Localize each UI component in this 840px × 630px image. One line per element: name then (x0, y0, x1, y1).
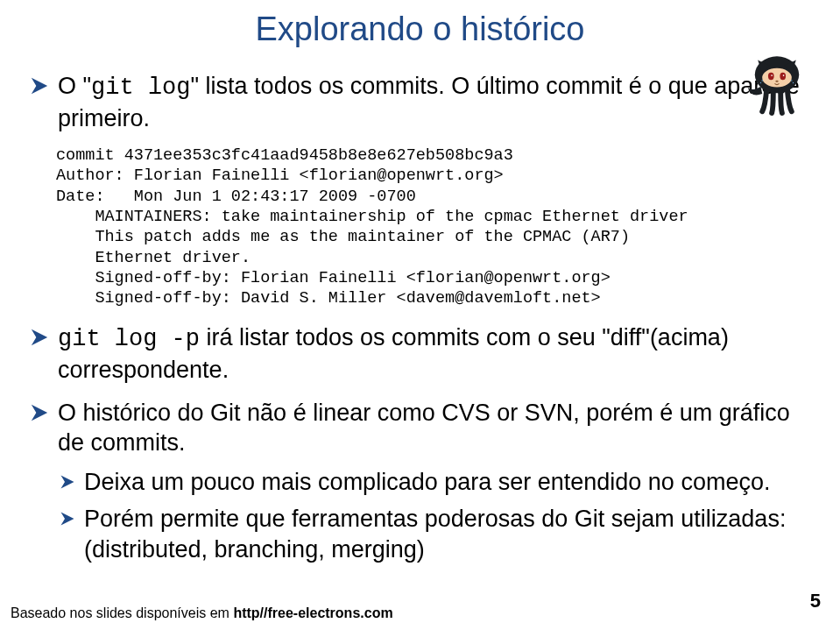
commit-code-block: commit 4371ee353c3fc41aad9458b8e8e627eb5… (56, 145, 810, 308)
svg-point-12 (762, 80, 763, 81)
arrow-icon (60, 509, 75, 530)
svg-marker-3 (61, 475, 74, 488)
footer-attribution: Baseado nos slides disponíveis em http//… (11, 605, 393, 621)
svg-marker-0 (32, 78, 47, 94)
bullet-text: git log -p irá listar todos os commits c… (58, 322, 810, 385)
svg-point-14 (791, 80, 792, 81)
svg-marker-4 (61, 513, 74, 526)
svg-point-15 (793, 82, 794, 83)
arrow-icon (60, 472, 75, 493)
text-fragment: O " (58, 73, 91, 99)
svg-point-9 (771, 74, 773, 76)
code-fragment: git log (91, 74, 190, 101)
sub-bullet-tools: Porém permite que ferramentas poderosas … (30, 504, 810, 564)
bullet-non-linear: O histórico do Git não é linear como CVS… (30, 398, 810, 458)
bullet-git-log-p: git log -p irá listar todos os commits c… (30, 322, 810, 385)
bullet-text: O histórico do Git não é linear como CVS… (58, 398, 810, 458)
svg-marker-1 (32, 329, 47, 345)
svg-point-7 (768, 73, 774, 80)
code-fragment: git log -p (58, 326, 200, 352)
svg-point-8 (780, 73, 786, 80)
svg-marker-2 (32, 404, 47, 420)
bullet-git-log: O "git log" lista todos os commits. O úl… (30, 71, 810, 133)
bullet-text: Deixa um pouco mais complicado para ser … (84, 467, 770, 498)
svg-point-11 (775, 81, 778, 82)
sub-bullet-complicated: Deixa um pouco mais complicado para ser … (30, 467, 810, 498)
arrow-icon (30, 76, 49, 99)
svg-point-13 (760, 82, 761, 83)
arrow-icon (30, 328, 49, 350)
bullet-text: O "git log" lista todos os commits. O úl… (58, 71, 810, 133)
bullet-text: Porém permite que ferramentas poderosas … (84, 504, 810, 564)
footer-url: http//free-electrons.com (233, 605, 392, 620)
page-number: 5 (810, 590, 821, 612)
footer-text: Baseado nos slides disponíveis em (11, 605, 233, 620)
octocat-icon (740, 44, 814, 117)
svg-point-10 (783, 74, 785, 76)
slide-title: Explorando o histórico (30, 11, 810, 48)
arrow-icon (30, 403, 49, 426)
